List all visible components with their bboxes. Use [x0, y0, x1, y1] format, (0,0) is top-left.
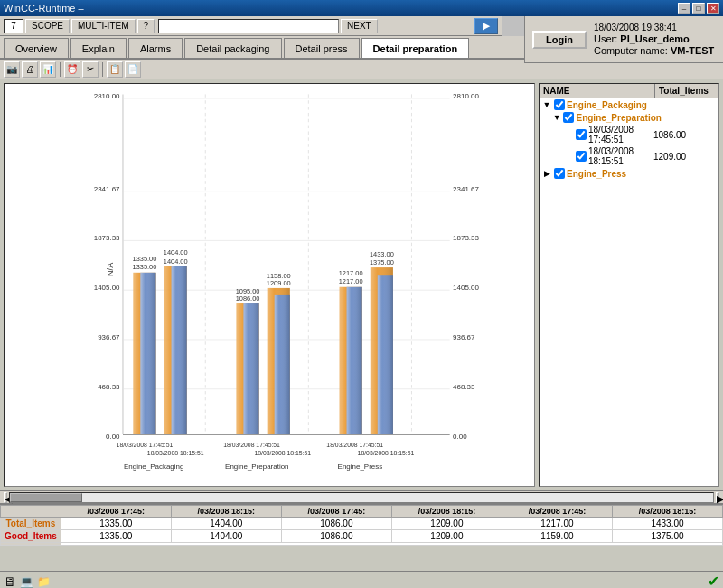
- svg-text:936.67: 936.67: [98, 333, 120, 341]
- svg-text:2810.00: 2810.00: [94, 92, 120, 100]
- empty-label: [1, 543, 61, 546]
- computer-row: Computer name: VM-TEST: [594, 45, 714, 56]
- checkbox-press[interactable]: [554, 168, 565, 179]
- tree-val-date2: 1209.00: [653, 152, 717, 162]
- tree-col-items: Total_Items: [655, 84, 718, 98]
- scrollbar-thumb[interactable]: [10, 493, 82, 502]
- total-val-5: 1217.00: [502, 518, 612, 530]
- svg-text:1335.00: 1335.00: [133, 263, 157, 271]
- print-icon[interactable]: 🖨: [22, 61, 38, 78]
- tab-detail-packaging[interactable]: Detail packaging: [184, 38, 281, 58]
- tree-item-engine-preparation[interactable]: ▼ Engine_Preparation: [550, 111, 718, 124]
- horizontal-scrollbar[interactable]: [9, 492, 714, 503]
- svg-text:Engine_Press: Engine_Press: [338, 462, 383, 471]
- document-icon[interactable]: 📄: [125, 61, 141, 78]
- multi-item-button[interactable]: MULTI-ITEM: [71, 19, 135, 33]
- svg-text:0.00: 0.00: [453, 433, 467, 441]
- svg-text:1158.00: 1158.00: [267, 272, 291, 280]
- help-button[interactable]: ?: [137, 19, 155, 33]
- computer-value: VM-TEST: [671, 45, 714, 56]
- checkbox-preparation[interactable]: [563, 112, 574, 123]
- expand-icon-preparation[interactable]: ▼: [552, 112, 561, 123]
- login-panel: Login 18/03/2008 19:38:41 User: PI_User_…: [524, 16, 723, 63]
- window-controls[interactable]: – □ ✕: [678, 3, 719, 14]
- svg-text:468.33: 468.33: [453, 383, 475, 391]
- svg-text:1405.00: 1405.00: [453, 284, 479, 292]
- window-title: WinCC-Runtime –: [4, 3, 678, 14]
- tree-val-date1: 1086.00: [653, 130, 717, 140]
- minimize-button[interactable]: –: [678, 3, 690, 14]
- expand-icon-date1: [563, 129, 574, 140]
- total-val-3: 1086.00: [281, 518, 391, 530]
- tree-item-date2[interactable]: 18/03/2008 18:15:51 1209.00: [561, 145, 718, 167]
- next-button[interactable]: NEXT: [341, 19, 378, 33]
- col-header-label: [1, 506, 61, 518]
- title-bar: WinCC-Runtime – – □ ✕: [0, 0, 723, 16]
- checkbox-date2[interactable]: [576, 151, 587, 162]
- login-button[interactable]: Login: [532, 31, 587, 49]
- expand-icon-packaging[interactable]: ▼: [541, 99, 552, 110]
- total-val-4: 1209.00: [391, 518, 502, 530]
- svg-text:1433.00: 1433.00: [370, 250, 394, 258]
- svg-text:1873.33: 1873.33: [453, 234, 479, 242]
- maximize-button[interactable]: □: [692, 3, 705, 14]
- svg-text:1217.00: 1217.00: [339, 277, 363, 285]
- clock-icon[interactable]: ⏰: [64, 61, 80, 78]
- search-bar[interactable]: [158, 19, 339, 33]
- tree-item-engine-press[interactable]: ▶ Engine_Press: [540, 167, 718, 180]
- divider2: [102, 62, 103, 77]
- svg-text:18/03/2008 17:45:51: 18/03/2008 17:45:51: [223, 442, 280, 448]
- status-icon-3: 📁: [37, 575, 51, 588]
- chart-icon[interactable]: 📊: [40, 61, 56, 78]
- datetime-display: 18/03/2008 19:38:41: [594, 23, 714, 33]
- checkbox-date1[interactable]: [576, 129, 587, 140]
- tree-col-name: NAME: [540, 84, 655, 98]
- scope-button[interactable]: SCOPE: [25, 19, 70, 33]
- clipboard-icon[interactable]: 📋: [107, 61, 123, 78]
- main-area: 0.00 468.33 936.67 1405.00 1873.33 2341.…: [0, 79, 723, 490]
- close-button[interactable]: ✕: [707, 3, 719, 14]
- tab-explain[interactable]: Explain: [70, 38, 127, 58]
- tab-detail-press[interactable]: Detail press: [284, 38, 360, 58]
- tree-item-date1[interactable]: 18/03/2008 17:45:51 1086.00: [561, 124, 718, 145]
- good-val-6: 1375.00: [612, 530, 722, 543]
- good-val-1: 1335.00: [61, 530, 171, 543]
- tab-alarms[interactable]: Alarms: [128, 38, 183, 58]
- scroll-right-btn[interactable]: ▶: [716, 492, 719, 503]
- good-val-4: 1209.00: [391, 530, 502, 543]
- col-header-2: /03/2008 18:15:: [171, 506, 281, 518]
- svg-text:1209.00: 1209.00: [267, 279, 291, 287]
- svg-text:468.33: 468.33: [98, 383, 120, 391]
- divider1: [60, 62, 61, 77]
- camera-icon[interactable]: 📷: [4, 61, 20, 78]
- checkbox-packaging[interactable]: [554, 99, 565, 110]
- svg-text:Engine_Packaging: Engine_Packaging: [124, 462, 183, 471]
- bar-good-press2-grad: [378, 275, 393, 434]
- total-items-label: Total_Items: [1, 518, 61, 530]
- page-number-input[interactable]: [4, 19, 23, 33]
- tree-item-engine-packaging[interactable]: ▼ Engine_Packaging: [540, 98, 718, 111]
- scroll-left-btn[interactable]: ◀: [4, 492, 7, 503]
- scissors-icon[interactable]: ✂: [82, 61, 99, 78]
- chart-svg: 0.00 468.33 936.67 1405.00 1873.33 2341.…: [5, 84, 534, 486]
- bar-good-pkg2-grad: [172, 266, 187, 434]
- expand-icon-press[interactable]: ▶: [541, 168, 552, 179]
- status-icon-2: 💻: [20, 575, 33, 588]
- tab-detail-preparation[interactable]: Detail preparation: [362, 38, 470, 58]
- table-row-total: Total_Items 1335.00 1404.00 1086.00 1209…: [1, 518, 723, 530]
- tree-label-date2: 18/03/2008 18:15:51: [588, 146, 653, 166]
- svg-text:2810.00: 2810.00: [453, 92, 479, 100]
- go-button[interactable]: ▶: [474, 18, 498, 34]
- svg-text:1086.00: 1086.00: [236, 294, 260, 303]
- col-header-1: /03/2008 17:45:: [61, 506, 171, 518]
- total-val-2: 1404.00: [171, 518, 281, 530]
- scroll-area: ◀ ▶: [0, 490, 723, 503]
- tree-label-preparation: Engine_Preparation: [576, 113, 661, 123]
- table-row-good: Good_Items 1335.00 1404.00 1086.00 1209.…: [1, 530, 723, 543]
- svg-text:18/03/2008 18:15:51: 18/03/2008 18:15:51: [358, 450, 415, 456]
- chart-container: 0.00 468.33 936.67 1405.00 1873.33 2341.…: [4, 83, 535, 487]
- svg-text:1335.00: 1335.00: [133, 255, 157, 263]
- tree-label-press: Engine_Press: [567, 169, 653, 179]
- tree-header: NAME Total_Items: [540, 84, 718, 98]
- tab-overview[interactable]: Overview: [4, 38, 69, 58]
